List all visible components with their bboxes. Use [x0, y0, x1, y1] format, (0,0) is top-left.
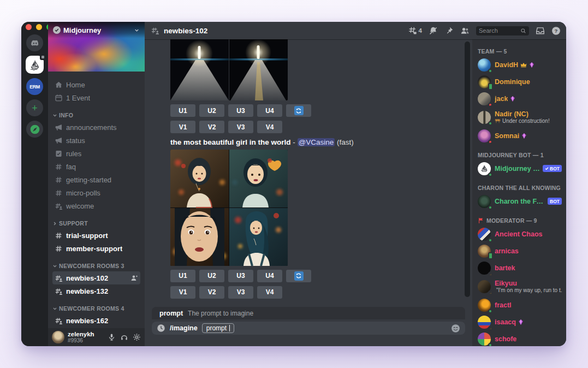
member-name: Charon the FAQ Bot: [495, 198, 545, 205]
separator: -: [293, 138, 295, 146]
megaphone-icon: [55, 136, 63, 145]
generated-image-grid-girls[interactable]: [170, 150, 288, 266]
hash-person-icon: [55, 287, 63, 295]
avatar: [478, 58, 491, 72]
channel-faq[interactable]: faq: [52, 160, 140, 173]
sidebar-item-home[interactable]: Home: [52, 78, 140, 91]
discord-home-button[interactable]: [26, 34, 43, 51]
threads-button[interactable]: 4: [408, 26, 422, 35]
member-eikyuu[interactable]: Eikyuu "I'm on my way up, run to t...: [478, 276, 562, 296]
section-support[interactable]: SUPPORT: [52, 219, 140, 227]
sidebar-item-events[interactable]: 1 Event: [52, 91, 140, 104]
section-newcomer-rooms-4[interactable]: NEWCOMER ROOMS 4: [52, 305, 140, 312]
channel-micro-polls[interactable]: micro-polls: [52, 186, 140, 199]
hash-icon: [55, 176, 63, 184]
member-dominique[interactable]: Dominique: [478, 73, 562, 90]
avatar: [478, 262, 491, 275]
channel-newbies-102[interactable]: newbies-102: [52, 271, 140, 284]
server-header[interactable]: Midjourney: [48, 22, 145, 38]
channel-status[interactable]: status: [52, 134, 140, 147]
member-fractl[interactable]: fractl: [478, 296, 562, 313]
upscale-row-2: U1 U2 U3 U4: [170, 270, 472, 282]
member-bartek[interactable]: bartek: [478, 259, 562, 276]
svg-text:?: ?: [555, 27, 558, 33]
check-icon: [545, 167, 549, 170]
channel-member-support[interactable]: member-support: [52, 242, 140, 255]
v1-button[interactable]: V1: [170, 121, 195, 133]
v4-button[interactable]: V4: [257, 121, 282, 133]
section-info[interactable]: INFO: [52, 111, 140, 119]
u2-button[interactable]: U2: [199, 104, 224, 117]
invite-people-icon[interactable]: [130, 274, 138, 282]
u4-button[interactable]: U4: [257, 104, 282, 117]
member-charon-faq-bot[interactable]: Charon the FAQ Bot BOT: [478, 193, 562, 210]
midjourney-server-button[interactable]: [26, 56, 44, 74]
notifications-muted-icon[interactable]: [429, 26, 438, 35]
house-icon: [55, 81, 63, 89]
microphone-icon[interactable]: [108, 333, 116, 341]
member-somnai[interactable]: Somnai: [478, 127, 562, 144]
u1-button[interactable]: U1: [170, 104, 195, 117]
u3-button[interactable]: U3: [228, 104, 253, 117]
discord-logo-icon: [31, 39, 39, 48]
channel-getting-started[interactable]: getting-started: [52, 173, 140, 186]
channel-trial-support[interactable]: trial-support: [52, 229, 140, 242]
v3-button[interactable]: V3: [228, 121, 253, 133]
u3-button[interactable]: U3: [228, 270, 253, 282]
member-arnicas[interactable]: arnicas: [478, 242, 562, 259]
composer: prompt The prompt to imagine /imagine pr…: [145, 307, 472, 346]
headphones-icon[interactable]: [120, 333, 128, 341]
member-midjourney-bot[interactable]: Midjourney Bot BOT: [478, 160, 562, 177]
member-ancient-chaos[interactable]: Ancient Chaos: [478, 225, 562, 242]
channel-newbies-162[interactable]: newbies-162: [52, 314, 140, 327]
chat-scrollbar[interactable]: [465, 39, 471, 307]
explore-servers-button[interactable]: [26, 121, 43, 138]
member-jack[interactable]: jack: [478, 90, 562, 107]
member-name: fractl: [495, 301, 512, 309]
v1-button[interactable]: V1: [170, 286, 195, 299]
reroll-button[interactable]: [286, 270, 311, 282]
channel-welcome[interactable]: welcome: [52, 199, 140, 212]
section-newcomer-rooms-3[interactable]: NEWCOMER ROOMS 3: [52, 262, 140, 270]
v4-button[interactable]: V4: [257, 286, 282, 299]
channel-label: rules: [66, 150, 81, 158]
generated-image-space-figures[interactable]: [170, 39, 288, 100]
slash-command-suggestion[interactable]: prompt The prompt to imagine: [152, 307, 465, 319]
avatar[interactable]: [52, 331, 64, 343]
add-server-button[interactable]: +: [26, 99, 43, 116]
member-list-icon[interactable]: [460, 26, 470, 35]
message-list: U1 U2 U3 U4 V1 V2 V3 V4 the most be: [145, 39, 472, 307]
channel-newbies-132[interactable]: newbies-132: [52, 284, 140, 298]
v2-button[interactable]: V2: [199, 121, 224, 133]
member-nadir[interactable]: Nadir (NC) Under construction!: [478, 107, 562, 127]
member-davidh[interactable]: DavidH: [478, 56, 562, 73]
minimize-window-button[interactable]: [36, 24, 42, 30]
u4-button[interactable]: U4: [257, 270, 282, 282]
emoji-picker-button[interactable]: [451, 324, 460, 333]
reroll-button[interactable]: [286, 104, 311, 117]
search-input[interactable]: Search: [476, 26, 529, 35]
close-window-button[interactable]: [26, 24, 32, 30]
help-icon[interactable]: ?: [551, 26, 561, 35]
scrollbar-thumb[interactable]: [465, 41, 470, 297]
u1-button[interactable]: U1: [170, 270, 195, 282]
member-schofe[interactable]: schofe: [478, 330, 562, 346]
member-isaacq[interactable]: isaacq: [478, 313, 562, 330]
u2-button[interactable]: U2: [199, 270, 224, 282]
settings-gear-icon[interactable]: [133, 333, 141, 341]
search-placeholder: Search: [479, 27, 518, 34]
inbox-icon[interactable]: [536, 26, 545, 35]
message-input[interactable]: /imagine prompt: [152, 322, 465, 335]
pinned-messages-icon[interactable]: [444, 26, 454, 35]
avatar: [478, 316, 491, 329]
gem-badge-icon: [510, 96, 515, 102]
prompt-option-field[interactable]: prompt: [202, 323, 234, 333]
channel-rules[interactable]: rules: [52, 147, 140, 160]
v2-button[interactable]: V2: [199, 286, 224, 299]
erm-server-button[interactable]: ERM: [26, 78, 43, 95]
v3-button[interactable]: V3: [228, 286, 253, 299]
user-mention[interactable]: @VCasine: [298, 138, 335, 146]
channel-announcements[interactable]: announcements: [52, 121, 140, 134]
member-name: Midjourney Bot: [495, 165, 541, 173]
suggestion-command: prompt: [159, 310, 183, 317]
